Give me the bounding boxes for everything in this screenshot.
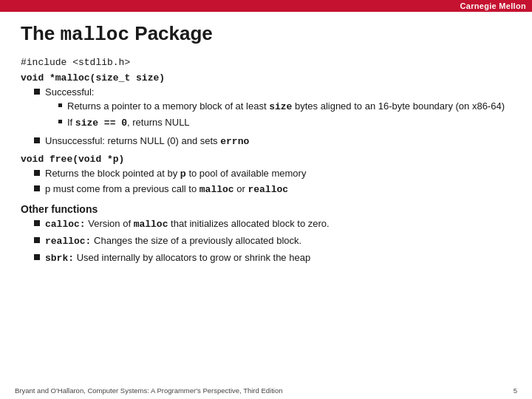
small-square-icon-1 — [58, 103, 62, 107]
include-line: #include <stdlib.h> — [21, 57, 511, 68]
malloc-bullet-list: Successful: Returns a pointer to a memor… — [21, 86, 511, 149]
title-suffix: Package — [129, 22, 213, 44]
bullet-square-free-2 — [34, 185, 40, 191]
realloc-code: realloc: — [45, 236, 91, 247]
footer: Bryant and O'Hallaron, Computer Systems:… — [0, 386, 532, 395]
bullet-square-icon — [34, 89, 40, 95]
bullet-calloc: calloc: Version of malloc that initializ… — [21, 217, 511, 232]
sub-bullet-null: If size == 0, returns NULL — [45, 116, 505, 131]
successful-sub-list: Returns a pointer to a memory block of a… — [45, 100, 505, 131]
free-bullet-list: Returns the block pointed at by p to poo… — [21, 167, 511, 198]
calloc-code: calloc: — [45, 219, 86, 230]
title-code: malloc — [60, 24, 129, 46]
bullet-square-sbrk — [34, 254, 40, 260]
other-bullet-list: calloc: Version of malloc that initializ… — [21, 217, 511, 266]
sub-bullet-pointer-text: Returns a pointer to a memory block of a… — [67, 100, 505, 115]
errno-code: errno — [220, 136, 249, 147]
bullet-unsuccessful-text: Unsuccessful: returns NULL (0) and sets … — [45, 134, 249, 149]
header-bar: Carnegie Mellon — [0, 0, 532, 12]
bullet-square-free-1 — [34, 170, 40, 176]
bullet-free-prev-call-text: p must come from a previous call to mall… — [45, 183, 288, 197]
bullet-free-prev-call: p must come from a previous call to mall… — [21, 183, 511, 197]
slide-content: The malloc Package #include <stdlib.h> v… — [0, 12, 532, 276]
bullet-calloc-text: calloc: Version of malloc that initializ… — [45, 217, 330, 232]
slide-title: The malloc Package — [21, 22, 511, 47]
malloc-signature: void *malloc(size_t size) — [21, 72, 511, 83]
bullet-sbrk-text: sbrk: Used internally by allocators to g… — [45, 251, 310, 266]
sub-bullet-null-text: If size == 0, returns NULL — [67, 116, 190, 131]
bullet-square-icon-2 — [34, 137, 40, 143]
bullet-sbrk: sbrk: Used internally by allocators to g… — [21, 251, 511, 266]
size-code-1: size — [269, 101, 292, 112]
sub-bullet-pointer: Returns a pointer to a memory block of a… — [45, 100, 505, 115]
small-square-icon-2 — [58, 120, 62, 123]
p-bold: p — [180, 168, 186, 179]
footer-citation: Bryant and O'Hallaron, Computer Systems:… — [15, 386, 283, 395]
bullet-successful: Successful: Returns a pointer to a memor… — [21, 86, 511, 132]
bullet-unsuccessful: Unsuccessful: returns NULL (0) and sets … — [21, 134, 511, 149]
malloc-inline: malloc — [200, 184, 234, 195]
brand-name: Carnegie Mellon — [460, 1, 526, 10]
bullet-square-calloc — [34, 220, 40, 226]
bullet-realloc-text: realloc: Changes the size of a previousl… — [45, 234, 301, 249]
sbrk-code: sbrk: — [45, 253, 74, 264]
bullet-realloc: realloc: Changes the size of a previousl… — [21, 234, 511, 249]
size-code-2: size == 0 — [75, 117, 127, 129]
other-functions-label: Other functions — [21, 203, 511, 215]
title-text: The — [21, 22, 60, 44]
realloc-inline: realloc — [248, 184, 288, 195]
bullet-free-returns-text: Returns the block pointed at by p to poo… — [45, 167, 306, 181]
bullet-successful-text: Successful: Returns a pointer to a memor… — [45, 86, 505, 132]
bullet-square-realloc — [34, 237, 40, 243]
footer-page-number: 5 — [514, 386, 517, 395]
malloc-code-calloc: malloc — [134, 219, 168, 230]
free-signature: void free(void *p) — [21, 154, 511, 165]
bullet-free-returns: Returns the block pointed at by p to poo… — [21, 167, 511, 181]
